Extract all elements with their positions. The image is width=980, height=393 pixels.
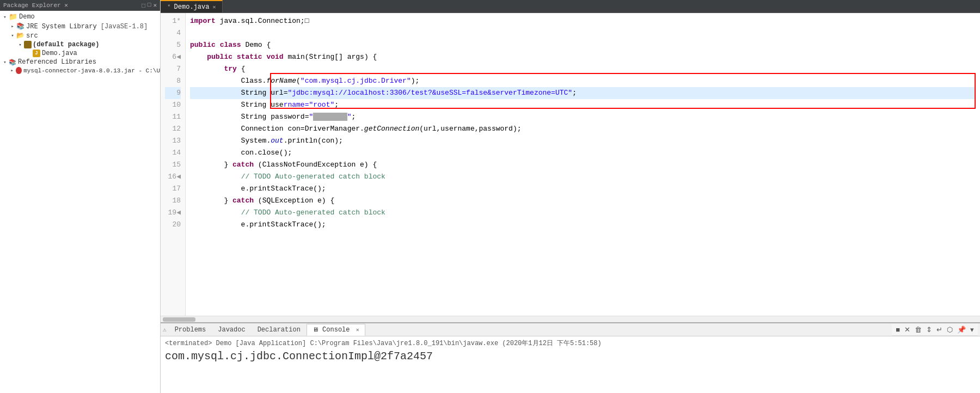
console-output: com.mysql.cj.jdbc.ConnectionImpl@2f7a245…: [165, 350, 976, 363]
tree-item-default-package[interactable]: ▾ (default package): [0, 40, 160, 49]
jar-label: mysql-connector-java-8.0.13.jar - C:\U: [23, 67, 160, 74]
maximize-icon[interactable]: □: [148, 2, 151, 9]
code-line-5: public class Demo {: [190, 39, 976, 51]
code-line-18: } catch (SQLException e) {: [190, 195, 976, 207]
code-line-20: e.printStackTrace();: [190, 219, 976, 231]
tab-console[interactable]: 🖥 Console ✕: [307, 324, 365, 336]
tree-item-demojava[interactable]: J Demo.java: [0, 49, 160, 58]
console-icon: 🖥: [313, 327, 318, 333]
code-line-10: String username="root";: [190, 99, 976, 111]
ref-libraries-label: Referenced Libraries: [18, 58, 96, 66]
code-line-8: Class.forName("com.mysql.cj.jdbc.Driver"…: [190, 75, 976, 87]
console-toolbar: ■ ✕ 🗑 ⇕ ↵ ⬡ 📌 ▾: [892, 324, 978, 336]
project-icon: 📁: [9, 13, 17, 21]
package-label: (default package): [33, 41, 99, 48]
package-icon: [24, 41, 32, 48]
minimize-icon[interactable]: ⬚: [142, 2, 145, 9]
console-content: <terminated> Demo [Java Application] C:\…: [161, 336, 980, 393]
java-icon: J: [33, 50, 40, 57]
jre-label: JRE System Library [JavaSE-1.8]: [26, 23, 148, 30]
tab-label: Demo.java: [174, 3, 210, 11]
expand-arrow: ▾: [16, 42, 24, 48]
sidebar-title: Package Explorer ✕: [3, 2, 68, 9]
tab-demojava[interactable]: * Demo.java ✕: [161, 0, 223, 13]
tab-problems[interactable]: Problems: [169, 324, 212, 336]
declaration-label: Declaration: [258, 326, 301, 334]
line-numbers: 1* 4 5 6◀ 7 8 9 10 11 12 13 14 15 16◀ 17…: [161, 13, 186, 316]
close-sidebar-icon[interactable]: ✕: [153, 2, 157, 9]
expand-arrow: ▸: [9, 67, 16, 73]
main-layout: Package Explorer ✕ ⬚ □ ✕ ▾ 📁 Demo ▸ 📚 JR…: [0, 0, 980, 393]
expand-arrow: ▾: [1, 59, 9, 65]
bottom-tabs: ⚠ Problems Javadoc Declaration 🖥 Console…: [161, 323, 980, 336]
editor-tabs: * Demo.java ✕: [161, 0, 980, 13]
code-line-7: try {: [190, 63, 976, 75]
view-menu-btn[interactable]: ▾: [969, 325, 976, 334]
code-line-6: public static void main(String[] args) {: [190, 51, 976, 63]
code-line-15: } catch (ClassNotFoundException e) {: [190, 159, 976, 171]
javadoc-label: Javadoc: [218, 326, 245, 334]
code-line-1: import java.sql.Connection;□: [190, 15, 976, 27]
code-line-4: [190, 27, 976, 39]
tab-declaration[interactable]: Declaration: [252, 324, 307, 336]
scroll-lock-btn[interactable]: ⇕: [924, 325, 934, 334]
tree-item-jre[interactable]: ▸ 📚 JRE System Library [JavaSE-1.8]: [0, 22, 160, 31]
code-line-16: // TODO Auto-generated catch block: [190, 171, 976, 183]
problems-label: Problems: [175, 326, 206, 334]
code-line-11: String password="●●●●●●●●";: [190, 111, 976, 123]
library-icon: 📚: [16, 22, 24, 30]
clear-btn[interactable]: 🗑: [913, 325, 923, 334]
code-lines[interactable]: import java.sql.Connection;□ public clas…: [186, 13, 980, 316]
code-line-14: con.close();: [190, 147, 976, 159]
ref-lib-icon: 📚: [9, 59, 16, 66]
code-line-19: // TODO Auto-generated catch block: [190, 207, 976, 219]
sidebar-header: Package Explorer ✕ ⬚ □ ✕: [0, 0, 160, 11]
tree-item-ref-libraries[interactable]: ▾ 📚 Referenced Libraries: [0, 58, 160, 66]
expand-arrow: ▸: [9, 23, 16, 29]
code-line-12: Connection con=DriverManager.getConnecti…: [190, 123, 976, 135]
console-terminated: <terminated> Demo [Java Application] C:\…: [165, 339, 976, 348]
editor-content: 1* 4 5 6◀ 7 8 9 10 11 12 13 14 15 16◀ 17…: [161, 13, 980, 322]
expand-arrow: ▾: [9, 33, 16, 39]
h-scrollbar[interactable]: [161, 316, 980, 322]
console-tab-close[interactable]: ✕: [356, 327, 359, 333]
sidebar: Package Explorer ✕ ⬚ □ ✕ ▾ 📁 Demo ▸ 📚 JR…: [0, 0, 161, 393]
remove-btn[interactable]: ✕: [903, 325, 912, 334]
tree-item-mysql-jar[interactable]: ▸ mysql-connector-java-8.0.13.jar - C:\U: [0, 66, 160, 75]
java-label: Demo.java: [42, 50, 77, 57]
src-label: src: [26, 32, 38, 40]
code-line-9: String url="jdbc:mysql://localhost:3306/…: [190, 87, 976, 99]
open-console-btn[interactable]: ⬡: [945, 325, 954, 334]
sidebar-icons: ⬚ □ ✕: [142, 2, 157, 9]
pin-btn[interactable]: 📌: [955, 325, 967, 334]
jar-icon: [16, 67, 22, 74]
word-wrap-btn[interactable]: ↵: [935, 325, 944, 334]
sidebar-content: ▾ 📁 Demo ▸ 📚 JRE System Library [JavaSE-…: [0, 11, 160, 393]
problems-tab-icon: ⚠: [163, 326, 167, 333]
bottom-panel: ⚠ Problems Javadoc Declaration 🖥 Console…: [161, 322, 980, 393]
terminate-btn[interactable]: ■: [894, 325, 902, 334]
editor-area: * Demo.java ✕ 1* 4 5 6◀ 7 8 9 10 11 12: [161, 0, 980, 393]
tab-close-icon[interactable]: ✕: [212, 4, 216, 10]
tab-modified-marker: *: [167, 4, 171, 10]
tab-javadoc[interactable]: Javadoc: [212, 324, 251, 336]
tree-item-demo[interactable]: ▾ 📁 Demo: [0, 12, 160, 22]
code-wrapper[interactable]: 1* 4 5 6◀ 7 8 9 10 11 12 13 14 15 16◀ 17…: [161, 13, 980, 316]
console-label: Console: [322, 326, 350, 334]
code-line-17: e.printStackTrace();: [190, 183, 976, 195]
folder-icon: 📂: [16, 32, 24, 40]
tree-item-src[interactable]: ▾ 📂 src: [0, 31, 160, 40]
project-label: Demo: [19, 13, 35, 21]
code-line-13: System.out.println(con);: [190, 135, 976, 147]
expand-arrow: ▾: [1, 14, 9, 20]
